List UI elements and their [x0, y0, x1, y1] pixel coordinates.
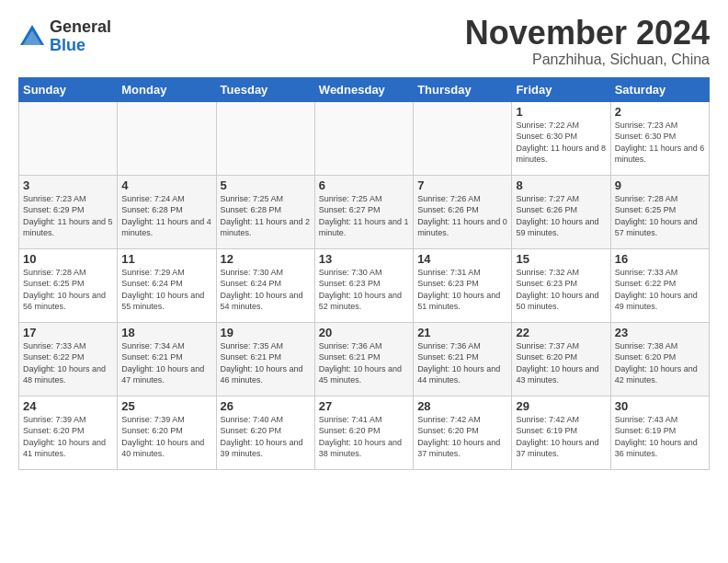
calendar-cell: 25Sunrise: 7:39 AM Sunset: 6:20 PM Dayli… [118, 396, 216, 469]
calendar-cell: 1Sunrise: 7:22 AM Sunset: 6:30 PM Daylig… [512, 101, 610, 175]
day-info: Sunrise: 7:28 AM Sunset: 6:25 PM Dayligh… [615, 193, 705, 239]
day-info: Sunrise: 7:33 AM Sunset: 6:22 PM Dayligh… [23, 340, 113, 386]
day-info: Sunrise: 7:38 AM Sunset: 6:20 PM Dayligh… [615, 340, 705, 386]
calendar-cell: 6Sunrise: 7:25 AM Sunset: 6:27 PM Daylig… [314, 175, 413, 248]
calendar-cell [314, 101, 413, 175]
calendar-cell: 20Sunrise: 7:36 AM Sunset: 6:21 PM Dayli… [314, 322, 413, 396]
day-info: Sunrise: 7:24 AM Sunset: 6:28 PM Dayligh… [121, 193, 211, 239]
calendar-cell: 4Sunrise: 7:24 AM Sunset: 6:28 PM Daylig… [118, 175, 216, 248]
calendar-cell: 21Sunrise: 7:36 AM Sunset: 6:21 PM Dayli… [414, 322, 512, 396]
day-info: Sunrise: 7:40 AM Sunset: 6:20 PM Dayligh… [221, 414, 311, 460]
day-info: Sunrise: 7:36 AM Sunset: 6:21 PM Dayligh… [417, 340, 507, 386]
col-thursday: Thursday [414, 77, 512, 101]
day-number: 8 [516, 178, 606, 192]
day-number: 22 [516, 326, 606, 339]
col-sunday: Sunday [19, 77, 118, 101]
calendar-cell: 11Sunrise: 7:29 AM Sunset: 6:24 PM Dayli… [118, 248, 216, 322]
day-number: 1 [516, 105, 606, 119]
day-number: 5 [221, 178, 311, 192]
calendar-cell: 10Sunrise: 7:28 AM Sunset: 6:25 PM Dayli… [19, 248, 118, 322]
day-number: 2 [615, 105, 705, 119]
day-number: 18 [121, 326, 211, 339]
logo: General Blue [18, 18, 111, 55]
calendar-cell: 18Sunrise: 7:34 AM Sunset: 6:21 PM Dayli… [118, 322, 216, 396]
header: General Blue November 2024 Panzhihua, Si… [18, 15, 710, 68]
day-number: 11 [121, 252, 211, 266]
day-number: 7 [417, 178, 507, 192]
calendar-cell [414, 101, 512, 175]
day-info: Sunrise: 7:26 AM Sunset: 6:26 PM Dayligh… [417, 193, 507, 239]
day-info: Sunrise: 7:28 AM Sunset: 6:25 PM Dayligh… [23, 267, 113, 313]
day-number: 20 [319, 326, 409, 339]
day-info: Sunrise: 7:31 AM Sunset: 6:23 PM Dayligh… [417, 267, 507, 313]
day-info: Sunrise: 7:22 AM Sunset: 6:30 PM Dayligh… [516, 120, 606, 166]
week-row-4: 24Sunrise: 7:39 AM Sunset: 6:20 PM Dayli… [19, 396, 710, 469]
day-info: Sunrise: 7:41 AM Sunset: 6:20 PM Dayligh… [319, 414, 409, 460]
day-number: 16 [615, 252, 705, 266]
day-info: Sunrise: 7:39 AM Sunset: 6:20 PM Dayligh… [23, 414, 113, 460]
day-number: 13 [319, 252, 409, 266]
logo-blue: Blue [50, 37, 111, 55]
header-row: Sunday Monday Tuesday Wednesday Thursday… [19, 77, 710, 101]
calendar-cell: 17Sunrise: 7:33 AM Sunset: 6:22 PM Dayli… [19, 322, 118, 396]
calendar-cell: 14Sunrise: 7:31 AM Sunset: 6:23 PM Dayli… [414, 248, 512, 322]
day-info: Sunrise: 7:23 AM Sunset: 6:29 PM Dayligh… [23, 193, 113, 239]
day-number: 12 [221, 252, 311, 266]
col-wednesday: Wednesday [314, 77, 413, 101]
day-info: Sunrise: 7:37 AM Sunset: 6:20 PM Dayligh… [516, 340, 606, 386]
col-saturday: Saturday [610, 77, 709, 101]
day-info: Sunrise: 7:25 AM Sunset: 6:27 PM Dayligh… [319, 193, 409, 239]
calendar-cell: 26Sunrise: 7:40 AM Sunset: 6:20 PM Dayli… [216, 396, 314, 469]
day-number: 17 [23, 326, 113, 339]
calendar-cell: 23Sunrise: 7:38 AM Sunset: 6:20 PM Dayli… [610, 322, 709, 396]
location: Panzhihua, Sichuan, China [465, 52, 710, 68]
calendar-cell: 27Sunrise: 7:41 AM Sunset: 6:20 PM Dayli… [314, 396, 413, 469]
calendar-cell: 30Sunrise: 7:43 AM Sunset: 6:19 PM Dayli… [610, 396, 709, 469]
day-number: 25 [121, 399, 211, 413]
col-friday: Friday [512, 77, 610, 101]
month-title: November 2024 [465, 15, 710, 52]
calendar-cell: 9Sunrise: 7:28 AM Sunset: 6:25 PM Daylig… [610, 175, 709, 248]
calendar-cell: 22Sunrise: 7:37 AM Sunset: 6:20 PM Dayli… [512, 322, 610, 396]
calendar-cell: 5Sunrise: 7:25 AM Sunset: 6:28 PM Daylig… [216, 175, 314, 248]
day-number: 6 [319, 178, 409, 192]
col-tuesday: Tuesday [216, 77, 314, 101]
week-row-0: 1Sunrise: 7:22 AM Sunset: 6:30 PM Daylig… [19, 101, 710, 175]
calendar-cell: 16Sunrise: 7:33 AM Sunset: 6:22 PM Dayli… [610, 248, 709, 322]
day-info: Sunrise: 7:32 AM Sunset: 6:23 PM Dayligh… [516, 267, 606, 313]
day-info: Sunrise: 7:43 AM Sunset: 6:19 PM Dayligh… [615, 414, 705, 460]
day-info: Sunrise: 7:34 AM Sunset: 6:21 PM Dayligh… [121, 340, 211, 386]
day-number: 9 [615, 178, 705, 192]
day-info: Sunrise: 7:30 AM Sunset: 6:23 PM Dayligh… [319, 267, 409, 313]
logo-general: General [50, 18, 111, 37]
day-number: 27 [319, 399, 409, 413]
day-number: 23 [615, 326, 705, 339]
day-info: Sunrise: 7:42 AM Sunset: 6:20 PM Dayligh… [417, 414, 507, 460]
week-row-2: 10Sunrise: 7:28 AM Sunset: 6:25 PM Dayli… [19, 248, 710, 322]
day-info: Sunrise: 7:36 AM Sunset: 6:21 PM Dayligh… [319, 340, 409, 386]
day-info: Sunrise: 7:30 AM Sunset: 6:24 PM Dayligh… [221, 267, 311, 313]
calendar-table: Sunday Monday Tuesday Wednesday Thursday… [18, 77, 710, 470]
day-number: 4 [121, 178, 211, 192]
day-number: 26 [221, 399, 311, 413]
day-number: 19 [221, 326, 311, 339]
calendar-cell: 12Sunrise: 7:30 AM Sunset: 6:24 PM Dayli… [216, 248, 314, 322]
calendar-cell: 3Sunrise: 7:23 AM Sunset: 6:29 PM Daylig… [19, 175, 118, 248]
calendar-cell: 7Sunrise: 7:26 AM Sunset: 6:26 PM Daylig… [414, 175, 512, 248]
calendar-cell: 24Sunrise: 7:39 AM Sunset: 6:20 PM Dayli… [19, 396, 118, 469]
day-number: 30 [615, 399, 705, 413]
page: General Blue November 2024 Panzhihua, Si… [0, 0, 728, 479]
day-number: 3 [23, 178, 113, 192]
logo-icon [18, 23, 46, 51]
calendar-cell: 29Sunrise: 7:42 AM Sunset: 6:19 PM Dayli… [512, 396, 610, 469]
day-info: Sunrise: 7:39 AM Sunset: 6:20 PM Dayligh… [121, 414, 211, 460]
day-number: 28 [417, 399, 507, 413]
calendar-cell [216, 101, 314, 175]
day-info: Sunrise: 7:27 AM Sunset: 6:26 PM Dayligh… [516, 193, 606, 239]
logo-text: General Blue [50, 18, 111, 55]
day-number: 21 [417, 326, 507, 339]
day-info: Sunrise: 7:23 AM Sunset: 6:30 PM Dayligh… [615, 120, 705, 166]
calendar-cell: 13Sunrise: 7:30 AM Sunset: 6:23 PM Dayli… [314, 248, 413, 322]
day-info: Sunrise: 7:29 AM Sunset: 6:24 PM Dayligh… [121, 267, 211, 313]
day-number: 10 [23, 252, 113, 266]
